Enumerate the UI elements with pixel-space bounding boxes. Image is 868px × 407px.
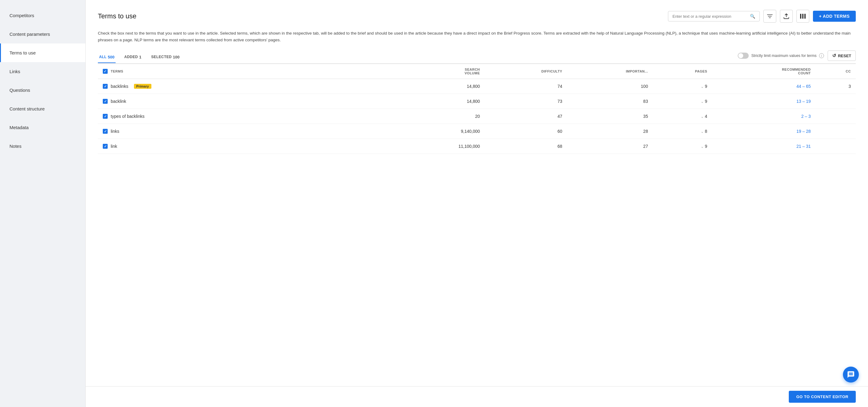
- cell-search-volume-2: 20: [401, 109, 485, 124]
- bottom-bar: GO TO CONTENT EDITOR: [86, 386, 868, 407]
- search-input[interactable]: [673, 14, 748, 19]
- reset-button[interactable]: ↺ RESET: [828, 51, 856, 61]
- row-checkbox-4[interactable]: [103, 144, 108, 149]
- recommended-count-link-4[interactable]: 21 – 31: [797, 144, 811, 149]
- toggle-wrap: Strictly limit maximum values for terms …: [738, 53, 824, 59]
- strictly-limit-toggle[interactable]: [738, 53, 749, 59]
- cell-recommended-count-1: 13 – 19: [712, 94, 815, 109]
- tab-selected-count: 100: [173, 55, 180, 59]
- sidebar-item-notes[interactable]: Notes: [0, 137, 85, 155]
- tabs-row: ALL 500 ADDED 1 SELECTED 100 Strictly li…: [98, 51, 856, 64]
- term-name-3: links: [111, 129, 119, 134]
- cell-pages-2: ⌄ 4: [653, 109, 712, 124]
- cell-importance-3: 28: [567, 124, 653, 139]
- tab-added[interactable]: ADDED 1: [123, 52, 143, 63]
- pages-chevron-2[interactable]: ⌄: [701, 114, 704, 119]
- tab-selected[interactable]: SELECTED 100: [150, 52, 181, 63]
- term-name-1: backlink: [111, 99, 126, 104]
- cell-recommended-count-3: 19 – 28: [712, 124, 815, 139]
- col-header-difficulty: DIFFICULTY: [485, 64, 567, 79]
- recommended-count-link-1[interactable]: 13 – 19: [797, 99, 811, 104]
- cell-difficulty-0: 74: [485, 79, 567, 94]
- cell-search-volume-0: 14,800: [401, 79, 485, 94]
- svg-rect-4: [802, 14, 803, 19]
- tab-all-count: 500: [108, 55, 115, 59]
- select-all-checkbox[interactable]: [103, 69, 108, 74]
- cell-term-3: links: [98, 124, 401, 139]
- cell-importance-1: 83: [567, 94, 653, 109]
- pages-chevron-1[interactable]: ⌄: [701, 99, 704, 104]
- col-header-pages: PAGES: [653, 64, 712, 79]
- table-row: backlink 14,8007383⌄ 913 – 19: [98, 94, 856, 109]
- pages-chevron-0[interactable]: ⌄: [701, 84, 704, 89]
- cell-cc-1: [816, 94, 856, 109]
- row-checkbox-2[interactable]: [103, 114, 108, 119]
- col-header-search-volume: SEARCHVOLUME: [401, 64, 485, 79]
- table-row: backlinks Primary 14,80074100⌄ 944 – 653: [98, 79, 856, 94]
- row-checkbox-3[interactable]: [103, 129, 108, 134]
- cell-recommended-count-2: 2 – 3: [712, 109, 815, 124]
- pages-chevron-3[interactable]: ⌄: [701, 129, 704, 134]
- table-row: types of backlinks 204735⌄ 42 – 3: [98, 109, 856, 124]
- filter-button[interactable]: [764, 10, 776, 23]
- tab-added-label: ADDED: [124, 55, 138, 59]
- cell-difficulty-2: 47: [485, 109, 567, 124]
- description-text: Check the box next to the terms that you…: [98, 30, 856, 43]
- cell-search-volume-4: 11,100,000: [401, 139, 485, 154]
- table-row: link 11,100,0006827⌄ 921 – 31: [98, 139, 856, 154]
- reset-label: RESET: [838, 54, 851, 58]
- cell-difficulty-1: 73: [485, 94, 567, 109]
- cell-importance-2: 35: [567, 109, 653, 124]
- sidebar-item-content-parameters[interactable]: Content parameters: [0, 25, 85, 43]
- cell-cc-0: 3: [816, 79, 856, 94]
- sidebar-item-links[interactable]: Links: [0, 62, 85, 81]
- upload-button[interactable]: [780, 10, 793, 23]
- term-name-4: link: [111, 144, 117, 149]
- cell-recommended-count-4: 21 – 31: [712, 139, 815, 154]
- cell-pages-3: ⌄ 8: [653, 124, 712, 139]
- recommended-count-link-0[interactable]: 44 – 65: [797, 84, 811, 89]
- term-name-0: backlinks: [111, 84, 128, 89]
- table-row: links 9,140,0006028⌄ 819 – 28: [98, 124, 856, 139]
- recommended-count-link-2[interactable]: 2 – 3: [801, 114, 811, 119]
- sidebar-item-terms-to-use[interactable]: Terms to use: [0, 43, 85, 62]
- cell-cc-4: [816, 139, 856, 154]
- header-row: Terms to use 🔍 + ADD TERMS: [98, 10, 856, 23]
- row-checkbox-1[interactable]: [103, 99, 108, 104]
- add-terms-button[interactable]: + ADD TERMS: [813, 11, 856, 22]
- col-terms-label: TERMS: [111, 69, 123, 73]
- sidebar-item-content-structure[interactable]: Content structure: [0, 99, 85, 118]
- go-to-content-editor-button[interactable]: GO TO CONTENT EDITOR: [789, 391, 856, 403]
- terms-table: TERMS SEARCHVOLUME DIFFICULTY IMPORTAN..…: [98, 64, 856, 154]
- toggle-info-icon: i: [819, 53, 824, 58]
- cell-search-volume-1: 14,800: [401, 94, 485, 109]
- primary-badge-0: Primary: [134, 84, 151, 89]
- cell-pages-1: ⌄ 9: [653, 94, 712, 109]
- sidebar-item-competitors[interactable]: Competitors: [0, 6, 85, 25]
- svg-rect-3: [800, 14, 801, 19]
- col-header-recommended-count: RECOMMENDEDCOUNT: [712, 64, 815, 79]
- page-title: Terms to use: [98, 12, 664, 20]
- sidebar-item-questions[interactable]: Questions: [0, 81, 85, 99]
- tab-all[interactable]: ALL 500: [98, 52, 116, 63]
- cell-importance-0: 100: [567, 79, 653, 94]
- search-icon: 🔍: [750, 14, 755, 19]
- tabs-right: Strictly limit maximum values for terms …: [738, 51, 856, 63]
- columns-button[interactable]: [797, 10, 809, 23]
- cell-term-0: backlinks Primary: [98, 79, 401, 94]
- tab-selected-label: SELECTED: [151, 55, 172, 59]
- cell-pages-0: ⌄ 9: [653, 79, 712, 94]
- tab-all-label: ALL: [99, 55, 107, 59]
- main-content: Terms to use 🔍 + ADD TERMS: [86, 0, 868, 407]
- sidebar-item-metadata[interactable]: Metadata: [0, 118, 85, 137]
- cell-term-2: types of backlinks: [98, 109, 401, 124]
- recommended-count-link-3[interactable]: 19 – 28: [797, 129, 811, 134]
- chat-bubble-button[interactable]: [843, 367, 859, 382]
- row-checkbox-0[interactable]: [103, 84, 108, 89]
- search-box[interactable]: 🔍: [668, 11, 760, 22]
- pages-chevron-4[interactable]: ⌄: [701, 144, 704, 149]
- sidebar: CompetitorsContent parametersTerms to us…: [0, 0, 86, 407]
- col-header-terms: TERMS: [98, 64, 401, 79]
- toggle-thumb: [738, 53, 743, 58]
- cell-difficulty-3: 60: [485, 124, 567, 139]
